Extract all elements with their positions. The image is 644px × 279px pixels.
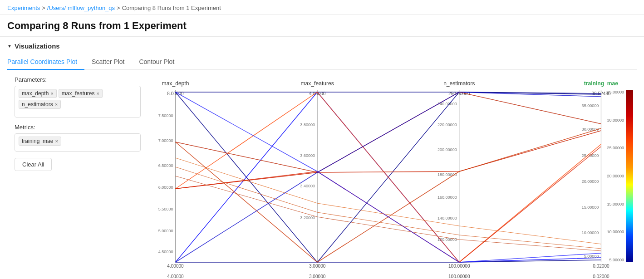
tag-training-mae[interactable]: training_mae × (19, 137, 61, 146)
tag-max-features[interactable]: max_features × (59, 89, 103, 98)
tag-training-mae-close[interactable]: × (55, 139, 58, 144)
parameters-label: Parameters: (15, 76, 141, 83)
breadcrumb-users[interactable]: /Users/ (47, 5, 66, 11)
tag-n-estimators[interactable]: n_estimators × (19, 100, 61, 109)
svg-text:3.40000: 3.40000 (300, 184, 315, 188)
tabs-bar: Parallel Coordinates Plot Scatter Plot C… (7, 54, 637, 70)
scale-label-35: 35.00000 (607, 90, 624, 94)
breadcrumb-sep2: > (117, 5, 120, 11)
svg-text:3.60000: 3.60000 (300, 153, 315, 158)
svg-text:7.50000: 7.50000 (158, 113, 173, 118)
parallel-coords-svg: max_depth max_features n_estimators trai… (148, 76, 633, 279)
svg-text:max_depth: max_depth (162, 80, 189, 87)
parameters-tag-box[interactable]: max_depth × max_features × n_estimators … (15, 86, 141, 117)
scale-label-10: 10.00000 (607, 230, 624, 234)
parallel-plot: max_depth max_features n_estimators trai… (148, 76, 633, 279)
scale-label-25: 25.00000 (607, 146, 624, 150)
tag-n-estimators-close[interactable]: × (55, 102, 58, 107)
sidebar: Parameters: max_depth × max_features × n… (7, 76, 148, 279)
svg-text:240.00000: 240.00000 (438, 102, 457, 106)
metrics-label: Metrics: (15, 124, 141, 131)
svg-text:160.00000: 160.00000 (438, 195, 457, 200)
svg-text:10.00000: 10.00000 (582, 230, 599, 235)
breadcrumb-experiments[interactable]: Experiments (7, 5, 40, 11)
scale-label-5: 5.00000 (607, 258, 624, 262)
svg-text:220.00000: 220.00000 (438, 122, 457, 127)
svg-text:max_features: max_features (300, 80, 334, 87)
svg-text:6.00000: 6.00000 (158, 185, 173, 190)
breadcrumb: Experiments > /Users/ mlflow_python_qs >… (0, 0, 644, 15)
visualizations-label: Visualizations (15, 42, 60, 50)
svg-text:5.00000: 5.00000 (158, 229, 173, 233)
tab-contour-plot[interactable]: Contour Plot (132, 54, 182, 70)
tag-max-features-close[interactable]: × (97, 91, 99, 96)
main-content: Parameters: max_depth × max_features × n… (7, 76, 637, 279)
metrics-tag-box[interactable]: training_mae × (15, 133, 141, 152)
svg-text:35.00000: 35.00000 (582, 103, 599, 108)
breadcrumb-sep1: > (42, 5, 45, 11)
svg-text:200.00000: 200.00000 (438, 147, 457, 152)
svg-text:15.00000: 15.00000 (582, 205, 599, 210)
svg-text:100.00000: 100.00000 (448, 274, 470, 279)
svg-text:100.00000: 100.00000 (448, 264, 470, 269)
svg-text:20.00000: 20.00000 (582, 179, 599, 184)
svg-text:3.80000: 3.80000 (300, 122, 315, 127)
visualizations-header: ▼ Visualizations (7, 42, 637, 50)
tag-n-estimators-label: n_estimators (22, 101, 53, 108)
breadcrumb-username[interactable]: mlflow_python_qs (68, 5, 115, 11)
chevron-icon: ▼ (7, 44, 12, 49)
scale-label-20: 20.00000 (607, 174, 624, 178)
svg-text:0.02000: 0.02000 (593, 274, 610, 279)
tag-training-mae-label: training_mae (22, 138, 53, 144)
tag-max-features-label: max_features (62, 90, 95, 97)
tab-parallel-coordinates[interactable]: Parallel Coordinates Plot (7, 54, 84, 70)
breadcrumb-current: Comparing 8 Runs from 1 Experiment (122, 5, 221, 11)
svg-text:0.02000: 0.02000 (593, 264, 610, 269)
svg-text:5.50000: 5.50000 (158, 207, 173, 211)
scale-label-15: 15.00000 (607, 202, 624, 206)
svg-text:3.20000: 3.20000 (300, 215, 315, 220)
svg-text:4.00000: 4.00000 (167, 264, 184, 269)
svg-text:7.00000: 7.00000 (158, 138, 173, 143)
svg-text:140.00000: 140.00000 (438, 216, 457, 220)
svg-text:3.00000: 3.00000 (309, 264, 326, 269)
chart-area: max_depth max_features n_estimators trai… (148, 76, 637, 279)
svg-text:3.00000: 3.00000 (309, 274, 326, 279)
page-title: Comparing 8 Runs from 1 Experiment (0, 15, 644, 37)
color-scale-container: 35.00000 30.00000 25.00000 20.00000 15.0… (606, 90, 633, 262)
svg-text:4.50000: 4.50000 (158, 250, 173, 254)
clear-all-button[interactable]: Clear All (15, 158, 52, 171)
svg-text:30.00000: 30.00000 (582, 127, 599, 132)
tag-max-depth-close[interactable]: × (50, 91, 53, 96)
tab-scatter-plot[interactable]: Scatter Plot (84, 54, 132, 70)
color-scale-labels: 35.00000 30.00000 25.00000 20.00000 15.0… (607, 90, 624, 262)
color-scale-bar (626, 90, 633, 262)
svg-text:4.00000: 4.00000 (167, 274, 184, 279)
svg-text:training_mae: training_mae (584, 80, 619, 87)
scale-label-30: 30.00000 (607, 118, 624, 122)
svg-text:n_estimators: n_estimators (443, 80, 475, 87)
tag-max-depth[interactable]: max_depth × (19, 89, 57, 98)
tag-max-depth-label: max_depth (22, 90, 49, 97)
svg-text:6.50000: 6.50000 (158, 163, 173, 168)
